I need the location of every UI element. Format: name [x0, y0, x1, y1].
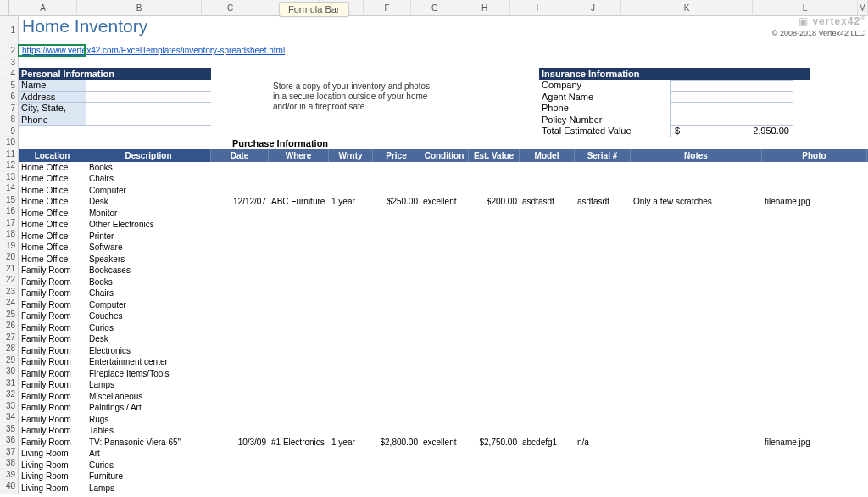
- cell[interactable]: [631, 219, 762, 231]
- cell[interactable]: abcdefg1: [520, 437, 575, 449]
- cell[interactable]: $250.00: [373, 196, 420, 208]
- cell[interactable]: [211, 460, 269, 472]
- cell[interactable]: [211, 379, 269, 391]
- cell[interactable]: [575, 231, 631, 243]
- pi-name-input[interactable]: [86, 80, 211, 92]
- cell[interactable]: [211, 254, 269, 265]
- cell[interactable]: Living Room: [19, 471, 86, 483]
- cell[interactable]: [329, 483, 373, 494]
- cell[interactable]: [329, 379, 373, 391]
- cell[interactable]: [520, 345, 575, 357]
- cell[interactable]: [762, 356, 867, 368]
- cell[interactable]: [575, 402, 631, 414]
- cell[interactable]: [520, 379, 575, 391]
- cell[interactable]: Family Room: [19, 310, 86, 322]
- row-header-32[interactable]: 32: [0, 388, 18, 400]
- ii-phone-input[interactable]: [670, 103, 793, 114]
- cell[interactable]: [631, 208, 762, 220]
- cell[interactable]: [211, 276, 269, 288]
- row-header-29[interactable]: 29: [0, 355, 18, 366]
- row-header-8[interactable]: 8: [0, 114, 18, 126]
- row-header-1[interactable]: 1: [0, 16, 18, 45]
- cell[interactable]: TV: Panasonic Viera 65": [86, 437, 211, 449]
- cell[interactable]: [575, 219, 631, 231]
- cell[interactable]: ABC Furniture: [269, 196, 329, 208]
- row-header-14[interactable]: 14: [0, 182, 18, 194]
- cell[interactable]: [762, 460, 867, 472]
- col-header-J[interactable]: J: [565, 0, 621, 16]
- cell[interactable]: [420, 288, 469, 299]
- cell[interactable]: Monitor: [86, 208, 211, 220]
- cell[interactable]: [520, 299, 575, 311]
- cell[interactable]: [373, 254, 420, 265]
- cell[interactable]: [373, 219, 420, 231]
- table-row[interactable]: Family RoomCouches: [19, 310, 868, 322]
- row-header-36[interactable]: 36: [0, 434, 18, 446]
- cell[interactable]: Home Office: [19, 219, 86, 231]
- cell[interactable]: [575, 460, 631, 472]
- cell[interactable]: [269, 414, 329, 426]
- cell[interactable]: [329, 471, 373, 483]
- cell[interactable]: [329, 333, 373, 345]
- cell[interactable]: [520, 483, 575, 494]
- cell[interactable]: [373, 391, 420, 403]
- th-estvalue[interactable]: Est. Value: [469, 149, 520, 162]
- table-row[interactable]: Home OfficeSoftware: [19, 242, 868, 254]
- cell[interactable]: [420, 448, 469, 460]
- cell[interactable]: Home Office: [19, 173, 86, 185]
- cell[interactable]: [420, 356, 469, 368]
- cell[interactable]: [575, 345, 631, 357]
- cell[interactable]: [631, 162, 762, 174]
- cell[interactable]: excellent: [420, 196, 469, 208]
- row-header-33[interactable]: 33: [0, 400, 18, 412]
- cell[interactable]: [762, 242, 867, 254]
- cell[interactable]: [420, 299, 469, 311]
- cell[interactable]: [762, 471, 867, 483]
- cell[interactable]: [469, 310, 520, 322]
- cell[interactable]: [329, 254, 373, 265]
- cell[interactable]: [575, 322, 631, 334]
- table-row[interactable]: Family RoomFireplace Items/Tools: [19, 368, 868, 380]
- cell[interactable]: 12/12/07: [211, 196, 269, 208]
- cell[interactable]: [373, 460, 420, 472]
- cell[interactable]: [469, 299, 520, 311]
- cell[interactable]: [329, 242, 373, 254]
- cell[interactable]: [520, 368, 575, 380]
- cell[interactable]: [329, 345, 373, 357]
- row-header-35[interactable]: 35: [0, 423, 18, 435]
- cell[interactable]: [469, 276, 520, 288]
- cell[interactable]: [631, 402, 762, 414]
- cell[interactable]: [269, 276, 329, 288]
- cell[interactable]: [269, 391, 329, 403]
- cell[interactable]: [520, 185, 575, 197]
- cell[interactable]: Family Room: [19, 391, 86, 403]
- cell[interactable]: [373, 288, 420, 299]
- cell[interactable]: [329, 356, 373, 368]
- cell[interactable]: [631, 391, 762, 403]
- cell[interactable]: Home Office: [19, 231, 86, 243]
- cell[interactable]: [469, 162, 520, 174]
- cell[interactable]: [575, 173, 631, 185]
- cell[interactable]: Living Room: [19, 460, 86, 472]
- row-header-18[interactable]: 18: [0, 228, 18, 240]
- cell[interactable]: Books: [86, 162, 211, 174]
- cell[interactable]: [373, 310, 420, 322]
- th-where[interactable]: Where: [269, 149, 329, 162]
- cell[interactable]: [211, 448, 269, 460]
- row-header-25[interactable]: 25: [0, 309, 18, 321]
- cell[interactable]: [269, 345, 329, 357]
- table-row[interactable]: Family RoomEntertainment center: [19, 356, 868, 368]
- cell[interactable]: [373, 483, 420, 494]
- cell[interactable]: [329, 460, 373, 472]
- row-header-27[interactable]: 27: [0, 332, 18, 343]
- cell[interactable]: [373, 471, 420, 483]
- cell[interactable]: [631, 471, 762, 483]
- cell[interactable]: [329, 173, 373, 185]
- cell[interactable]: Bookcases: [86, 265, 211, 276]
- cell[interactable]: [762, 276, 867, 288]
- cell[interactable]: Curios: [86, 460, 211, 472]
- cell[interactable]: [762, 483, 867, 494]
- cell[interactable]: [762, 288, 867, 299]
- row-header-37[interactable]: 37: [0, 446, 18, 458]
- cell[interactable]: Entertainment center: [86, 356, 211, 368]
